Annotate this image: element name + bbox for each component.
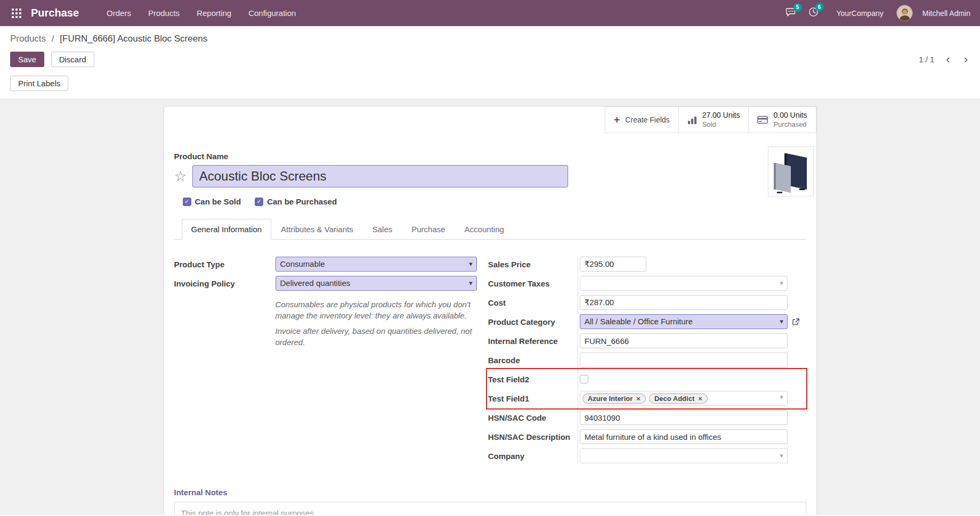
messages-button[interactable]: 5: [783, 4, 800, 22]
test-field2-checkbox[interactable]: [580, 375, 588, 383]
left-column: Product Type Consumable ▾ Invoicing Poli…: [174, 255, 477, 465]
user-menu[interactable]: Mitchell Admin: [922, 9, 970, 18]
avatar[interactable]: [896, 5, 913, 21]
pager-next-icon[interactable]: ›: [962, 56, 970, 63]
pager-previous-icon[interactable]: ‹: [944, 56, 952, 63]
barcode-row: Barcode: [488, 350, 806, 370]
company-row: Company ▾: [488, 446, 806, 465]
control-panel-buttons-row: Save Discard 1 / 1 ‹ ›: [10, 52, 970, 67]
chevron-down-icon: ▾: [780, 276, 783, 290]
barcode-input[interactable]: [580, 353, 788, 367]
avatar-image: [897, 5, 913, 21]
app-title[interactable]: Purchase: [31, 7, 79, 19]
notebook-tabs: General Information Attributes & Variant…: [174, 219, 806, 240]
invoicing-policy-row: Invoicing Policy Delivered quantities ▾: [174, 274, 477, 293]
tab-accounting[interactable]: Accounting: [455, 219, 514, 240]
product-category-select[interactable]: All / Saleable / Office Furniture ▾: [580, 314, 788, 329]
tab-purchase[interactable]: Purchase: [402, 219, 455, 240]
hsn-description-input[interactable]: [580, 429, 788, 444]
product-type-select[interactable]: Consumable ▾: [276, 257, 477, 272]
test-field1-row: Test Field1 Azure Interior × Deco Addict…: [488, 389, 806, 408]
internal-notes-textarea[interactable]: [174, 502, 806, 515]
activities-button[interactable]: 6: [805, 4, 822, 22]
hsn-description-label: HSN/SAC Description: [488, 432, 580, 441]
activities-badge: 6: [815, 3, 824, 11]
general-information-page: Product Type Consumable ▾ Invoicing Poli…: [174, 255, 806, 465]
internal-notes-label: Internal Notes: [174, 488, 806, 497]
can-be-purchased-checkbox[interactable]: ✓ Can be Purchased: [255, 197, 337, 206]
product-name-input[interactable]: [192, 165, 568, 187]
bar-chart-icon: [687, 115, 697, 125]
tag-azure-interior: Azure Interior ×: [582, 394, 646, 404]
test-field2-label: Test Field2: [488, 375, 580, 384]
hsn-description-row: HSN/SAC Description: [488, 427, 806, 446]
print-labels-button[interactable]: Print Labels: [10, 76, 68, 91]
hsn-code-row: HSN/SAC Code: [488, 408, 806, 427]
breadcrumb-current: [FURN_6666] Acoustic Bloc Screens: [60, 34, 207, 44]
test-field1-tags-input[interactable]: Azure Interior × Deco Addict × ▾: [580, 391, 788, 406]
chevron-down-icon: ▾: [469, 257, 473, 271]
company-switcher[interactable]: YourCompany: [837, 9, 884, 18]
sales-price-row: Sales Price: [488, 255, 806, 274]
customer-taxes-row: Customer Taxes ▾: [488, 274, 806, 293]
save-button[interactable]: Save: [10, 52, 44, 67]
credit-card-icon: [757, 116, 768, 124]
units-sold-button[interactable]: 27.00 Units Sold: [678, 107, 749, 133]
test-field2-row: Test Field2: [488, 370, 806, 389]
product-name-section: Product Name ☆: [174, 152, 806, 187]
help-consumable: Consumables are physical products for wh…: [276, 299, 474, 321]
chevron-down-icon: ▾: [780, 449, 783, 463]
barcode-label: Barcode: [488, 356, 580, 365]
annotation-box: Test Field2 Test Field1 Azure Interior ×…: [488, 370, 806, 408]
control-panel: Products / [FURN_6666] Acoustic Bloc Scr…: [0, 26, 980, 99]
discard-button[interactable]: Discard: [51, 52, 94, 67]
menu-products[interactable]: Products: [141, 1, 187, 25]
acoustic-screens-image: [768, 147, 813, 196]
tag-remove-icon[interactable]: ×: [636, 395, 641, 402]
top-navbar: Purchase Orders Products Reporting Confi…: [0, 0, 980, 26]
internal-reference-row: Internal Reference: [488, 331, 806, 350]
product-type-label: Product Type: [174, 260, 276, 269]
breadcrumb-products-link[interactable]: Products: [10, 34, 46, 44]
can-be-sold-label: Can be Sold: [195, 197, 241, 206]
can-be-sold-checkbox[interactable]: ✓ Can be Sold: [183, 197, 241, 206]
product-category-label: Product Category: [488, 317, 580, 326]
units-purchased-value: 0.00 Units: [773, 111, 807, 120]
tag-remove-icon[interactable]: ×: [698, 395, 702, 402]
product-category-row: Product Category All / Saleable / Office…: [488, 312, 806, 331]
customer-taxes-select[interactable]: ▾: [580, 276, 788, 291]
internal-reference-input[interactable]: [580, 333, 788, 348]
sales-price-label: Sales Price: [488, 260, 580, 269]
cost-input[interactable]: [580, 295, 788, 310]
checkbox-checked-icon: ✓: [255, 198, 263, 206]
company-select[interactable]: ▾: [580, 448, 788, 463]
apps-menu-icon[interactable]: [10, 6, 23, 20]
can-be-purchased-label: Can be Purchased: [267, 197, 337, 206]
internal-notes-section: Internal Notes: [174, 488, 806, 515]
units-purchased-button[interactable]: 0.00 Units Purchased: [748, 107, 816, 133]
product-type-row: Product Type Consumable ▾: [174, 255, 477, 274]
favorite-star-icon[interactable]: ☆: [174, 169, 187, 184]
hsn-code-input[interactable]: [580, 410, 788, 425]
menu-reporting[interactable]: Reporting: [189, 1, 239, 25]
form-view-background: + Create Fields 27.00 Units Sold: [0, 99, 980, 515]
grid-icon: [12, 9, 21, 18]
menu-configuration[interactable]: Configuration: [241, 1, 303, 25]
external-link-icon[interactable]: [792, 318, 800, 326]
create-fields-button[interactable]: + Create Fields: [605, 107, 679, 133]
breadcrumb-separator: /: [52, 34, 54, 44]
sales-price-input[interactable]: [580, 257, 646, 272]
cost-label: Cost: [488, 298, 580, 307]
nav-menus: Orders Products Reporting Configuration: [99, 1, 303, 25]
pager-counter: 1 / 1: [919, 55, 934, 64]
tab-attributes-variants[interactable]: Attributes & Variants: [271, 219, 363, 240]
customer-taxes-label: Customer Taxes: [488, 279, 580, 288]
tab-general-information[interactable]: General Information: [182, 219, 272, 240]
product-image[interactable]: [768, 146, 814, 196]
field-help-text: Consumables are physical products for wh…: [276, 299, 474, 348]
chevron-down-icon: ▾: [780, 393, 783, 401]
form-sheet: + Create Fields 27.00 Units Sold: [164, 106, 817, 515]
menu-orders[interactable]: Orders: [99, 1, 139, 25]
tab-sales[interactable]: Sales: [363, 219, 402, 240]
invoicing-policy-select[interactable]: Delivered quantities ▾: [276, 276, 477, 291]
